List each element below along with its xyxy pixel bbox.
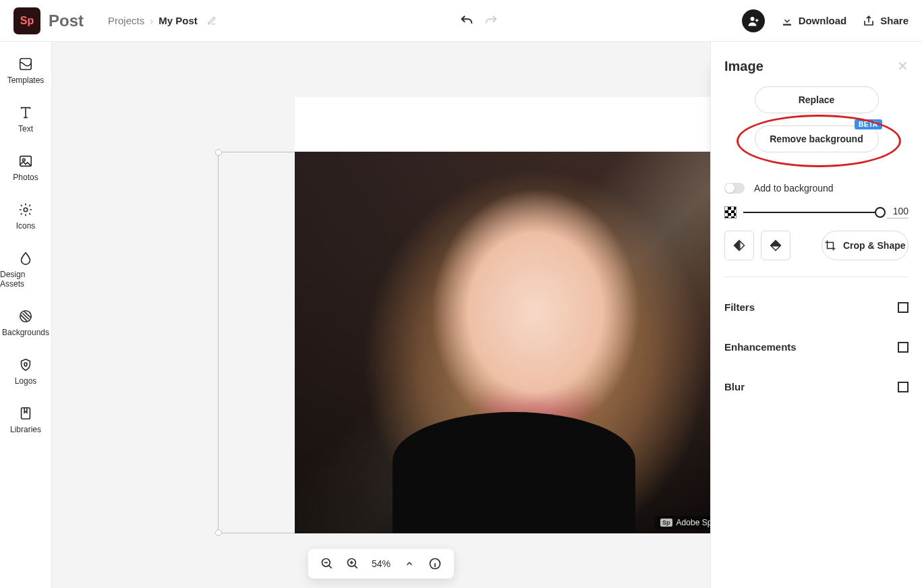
rail-label: Design Assets <box>0 270 51 289</box>
rail-item-design-assets[interactable]: Design Assets <box>0 251 51 289</box>
transparency-icon <box>724 206 737 218</box>
flip-horizontal-icon <box>732 239 746 252</box>
zoom-in-button[interactable] <box>346 557 359 570</box>
rail-item-backgrounds[interactable]: Backgrounds <box>2 309 49 337</box>
pill-group: Replace Remove background BETA <box>724 86 909 171</box>
rail-label: Text <box>18 124 33 134</box>
crop-icon <box>824 239 836 252</box>
download-button[interactable]: Download <box>781 15 847 27</box>
app-name: Post <box>49 11 84 30</box>
invite-button[interactable] <box>742 9 765 32</box>
rail-item-icons[interactable]: Icons <box>16 202 36 231</box>
canvas[interactable]: Sp Adobe Spark 54% <box>52 42 710 588</box>
zoom-bar: 54% <box>308 549 454 579</box>
flip-vertical-icon <box>769 239 782 252</box>
add-to-background-row: Add to background <box>724 183 909 194</box>
transform-row: Crop & Shape <box>724 231 909 260</box>
download-icon <box>781 15 793 27</box>
accordion-filters[interactable]: Filters <box>724 293 909 321</box>
replace-label: Replace <box>799 94 835 105</box>
crop-shape-button[interactable]: Crop & Shape <box>822 231 909 260</box>
share-label: Share <box>880 15 909 26</box>
zoom-info-button[interactable] <box>428 557 442 570</box>
topbar-actions: Download Share <box>742 9 909 32</box>
panel-title: Image <box>724 59 763 74</box>
app-logo[interactable]: Sp <box>13 7 40 34</box>
zoom-menu-button[interactable] <box>403 557 416 570</box>
rail-item-text[interactable]: Text <box>18 105 33 134</box>
crop-label: Crop & Shape <box>843 240 906 251</box>
rail-item-photos[interactable]: Photos <box>13 154 38 182</box>
rail-label: Photos <box>13 173 38 182</box>
slider-thumb[interactable] <box>875 207 886 218</box>
breadcrumb-current: My Post <box>159 15 198 26</box>
expand-icon <box>898 342 909 353</box>
chevron-right-icon: › <box>150 15 153 26</box>
rail-item-logos[interactable]: Logos <box>15 357 37 386</box>
rail-label: Libraries <box>10 425 41 434</box>
accordion-label: Blur <box>724 381 745 392</box>
pencil-icon[interactable] <box>207 16 217 26</box>
zoom-out-button[interactable] <box>320 557 334 570</box>
resize-handle-tl[interactable] <box>215 149 222 156</box>
selected-image[interactable]: Sp Adobe Spark <box>295 152 710 533</box>
gear-icon <box>18 202 33 217</box>
right-panel: Image ✕ Replace Remove background BETA A… <box>710 42 922 588</box>
share-button[interactable]: Share <box>863 15 909 27</box>
rail-label: Templates <box>7 76 45 85</box>
accordion-label: Filters <box>724 301 755 313</box>
rail-label: Logos <box>15 376 37 386</box>
rail-item-libraries[interactable]: Libraries <box>10 406 41 434</box>
remove-bg-label: Remove background <box>770 134 863 144</box>
rail-label: Icons <box>16 221 36 231</box>
breadcrumb-root[interactable]: Projects <box>108 15 144 26</box>
svg-point-0 <box>750 17 754 21</box>
rail-item-templates[interactable]: Templates <box>7 57 45 85</box>
text-icon <box>18 105 33 120</box>
add-to-background-toggle[interactable] <box>724 183 745 194</box>
hatch-icon <box>18 309 33 324</box>
logo-text: Sp <box>20 15 34 27</box>
topbar: Sp Post Projects › My Post Download <box>0 0 922 42</box>
download-label: Download <box>799 15 847 26</box>
photos-icon <box>18 154 33 169</box>
opacity-row: 100 <box>724 206 909 218</box>
watermark-badge: Sp <box>660 519 672 527</box>
undo-button[interactable] <box>459 13 474 28</box>
close-panel-button[interactable]: ✕ <box>897 58 909 74</box>
opacity-slider[interactable] <box>743 212 880 213</box>
left-rail: Templates Text Photos Icons Design Asset… <box>0 42 52 588</box>
remove-background-button[interactable]: Remove background BETA <box>755 125 879 152</box>
breadcrumb: Projects › My Post <box>108 15 217 26</box>
topbar-history <box>225 13 734 28</box>
accordion-blur[interactable]: Blur <box>724 373 909 401</box>
flip-vertical-button[interactable] <box>761 231 790 260</box>
main-layout: Templates Text Photos Icons Design Asset… <box>0 42 922 588</box>
redo-button[interactable] <box>484 13 498 28</box>
expand-icon <box>898 382 909 392</box>
flip-horizontal-button[interactable] <box>724 231 754 260</box>
accordion-enhancements[interactable]: Enhancements <box>724 333 909 361</box>
opacity-value[interactable]: 100 <box>887 206 909 218</box>
artboard-top <box>295 97 710 151</box>
divider <box>724 276 909 277</box>
svg-rect-2 <box>20 59 32 70</box>
bookmark-icon <box>18 406 33 421</box>
svg-point-4 <box>22 158 25 161</box>
svg-point-5 <box>24 208 28 212</box>
add-to-background-label: Add to background <box>754 183 834 194</box>
svg-rect-1 <box>783 24 791 25</box>
resize-handle-bl[interactable] <box>215 529 222 536</box>
rail-label: Backgrounds <box>2 328 49 337</box>
svg-rect-7 <box>22 408 30 419</box>
replace-button[interactable]: Replace <box>755 86 879 113</box>
watermark-text: Adobe Spark <box>676 518 710 527</box>
zoom-level: 54% <box>372 558 391 569</box>
templates-icon <box>18 57 33 71</box>
drop-icon <box>18 251 33 266</box>
watermark: Sp Adobe Spark <box>655 516 710 529</box>
share-icon <box>863 15 875 27</box>
expand-icon <box>898 302 909 313</box>
shield-icon <box>18 357 33 372</box>
beta-badge: BETA <box>855 119 882 129</box>
